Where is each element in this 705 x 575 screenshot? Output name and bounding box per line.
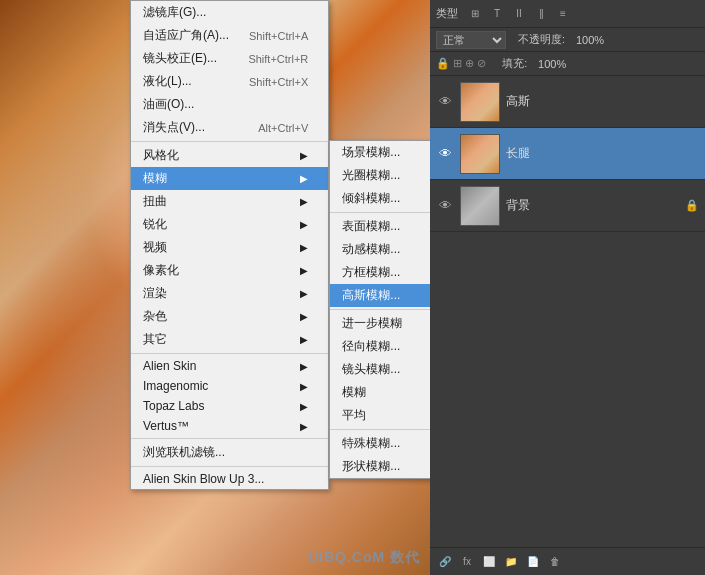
panel-bottom: 🔗 fx ⬜ 📁 📄 🗑 [430, 547, 705, 575]
toolbar-icon-1[interactable]: ⊞ [466, 5, 484, 23]
layers-panel: 👁 高斯 👁 长腿 👁 背景 🔒 [430, 76, 705, 547]
toolbar-icon-5[interactable]: ≡ [554, 5, 572, 23]
bottom-icon-link[interactable]: 🔗 [436, 553, 454, 571]
menu-item-imagenomic[interactable]: Imagenomic ▶ [131, 376, 328, 396]
layer-name-gauss: 高斯 [506, 93, 699, 110]
opacity-value: 100% [569, 34, 604, 46]
blur-lens[interactable]: 镜头模糊... [330, 358, 430, 381]
toolbar-icon-3[interactable]: II [510, 5, 528, 23]
blur-sep-2 [330, 309, 430, 310]
blur-box[interactable]: 方框模糊... [330, 261, 430, 284]
context-menu: 滤镜库(G)... 自适应广角(A)... Shift+Ctrl+A 镜头校正(… [130, 0, 329, 490]
main-container: 滤镜库(G)... 自适应广角(A)... Shift+Ctrl+A 镜头校正(… [0, 0, 705, 575]
menu-item-lens-correction[interactable]: 镜头校正(E)... Shift+Ctrl+R [131, 47, 328, 70]
menu-item-pixelate[interactable]: 像素化 ▶ [131, 259, 328, 282]
blur-iris[interactable]: 光圈模糊... [330, 164, 430, 187]
blur-tilt[interactable]: 倾斜模糊... [330, 187, 430, 210]
toolbar-icon-2[interactable]: T [488, 5, 506, 23]
fill-row: 🔒 ⊞ ⊕ ⊘ 填充: 100% [430, 52, 705, 76]
blur-sep-1 [330, 212, 430, 213]
panel-type-label: 类型 [436, 6, 458, 21]
lock-icon: 🔒 ⊞ ⊕ ⊘ [436, 57, 486, 70]
layer-thumb-gauss [460, 82, 500, 122]
blur-scene[interactable]: 场景模糊... [330, 141, 430, 164]
separator-1 [131, 141, 328, 142]
bottom-icon-group[interactable]: 📁 [502, 553, 520, 571]
menu-item-topaz[interactable]: Topaz Labs ▶ [131, 396, 328, 416]
separator-4 [131, 466, 328, 467]
menu-item-stylize[interactable]: 风格化 ▶ [131, 144, 328, 167]
blur-further[interactable]: 进一步模糊 [330, 312, 430, 335]
blend-row: 正常 不透明度: 100% [430, 28, 705, 52]
layer-item-bg[interactable]: 👁 背景 🔒 [430, 180, 705, 232]
blur-average[interactable]: 平均 [330, 404, 430, 427]
layer-thumb-face-gauss [461, 83, 499, 121]
menu-item-blur[interactable]: 模糊 ▶ [131, 167, 328, 190]
menu-item-distort[interactable]: 扭曲 ▶ [131, 190, 328, 213]
panel-toolbar: 类型 ⊞ T II ‖ ≡ [430, 0, 705, 28]
layer-thumb-bg [460, 186, 500, 226]
bottom-icon-mask[interactable]: ⬜ [480, 553, 498, 571]
right-panel: 类型 ⊞ T II ‖ ≡ 正常 不透明度: 100% 🔒 ⊞ ⊕ ⊘ 填充: … [430, 0, 705, 575]
menu-item-liquefy[interactable]: 液化(L)... Shift+Ctrl+X [131, 70, 328, 93]
blend-mode-select[interactable]: 正常 [436, 31, 506, 49]
menu-level-1: 滤镜库(G)... 自适应广角(A)... Shift+Ctrl+A 镜头校正(… [130, 0, 329, 490]
layer-item-gauss[interactable]: 👁 高斯 [430, 76, 705, 128]
menu-item-adaptive-wide[interactable]: 自适应广角(A)... Shift+Ctrl+A [131, 24, 328, 47]
layer-thumb-legs [460, 134, 500, 174]
layer-eye-gauss[interactable]: 👁 [436, 93, 454, 111]
menu-item-oil-paint[interactable]: 油画(O)... [131, 93, 328, 116]
canvas-area: 滤镜库(G)... 自适应广角(A)... Shift+Ctrl+A 镜头校正(… [0, 0, 430, 575]
menu-item-filter-gallery[interactable]: 滤镜库(G)... [131, 1, 328, 24]
blur-special[interactable]: 特殊模糊... [330, 432, 430, 455]
menu-item-vertus[interactable]: Vertus™ ▶ [131, 416, 328, 436]
menu-item-browse-online[interactable]: 浏览联机滤镜... [131, 441, 328, 464]
separator-2 [131, 353, 328, 354]
toolbar-icon-4[interactable]: ‖ [532, 5, 550, 23]
blur-shape[interactable]: 形状模糊... [330, 455, 430, 478]
fill-value: 100% [531, 58, 566, 70]
bottom-icon-delete[interactable]: 🗑 [546, 553, 564, 571]
layer-thumb-gray-bg [461, 187, 499, 225]
blur-radial[interactable]: 径向模糊... [330, 335, 430, 358]
layer-eye-legs[interactable]: 👁 [436, 145, 454, 163]
layer-name-legs: 长腿 [506, 145, 699, 162]
fill-label: 填充: [502, 56, 527, 71]
layer-eye-bg[interactable]: 👁 [436, 197, 454, 215]
layer-thumb-face-legs [461, 135, 499, 173]
menu-item-vanishing-point[interactable]: 消失点(V)... Alt+Ctrl+V [131, 116, 328, 139]
blur-motion[interactable]: 动感模糊... [330, 238, 430, 261]
menu-item-noise[interactable]: 杂色 ▶ [131, 305, 328, 328]
menu-item-video[interactable]: 视频 ▶ [131, 236, 328, 259]
blur-sep-3 [330, 429, 430, 430]
menu-item-alien-skin[interactable]: Alien Skin ▶ [131, 356, 328, 376]
menu-item-blow-up[interactable]: Alien Skin Blow Up 3... [131, 469, 328, 489]
layer-item-legs[interactable]: 👁 长腿 [430, 128, 705, 180]
bottom-icon-new[interactable]: 📄 [524, 553, 542, 571]
layer-name-bg: 背景 [506, 197, 679, 214]
opacity-label: 不透明度: [518, 32, 565, 47]
blur-normal[interactable]: 模糊 [330, 381, 430, 404]
blur-gaussian[interactable]: 高斯模糊... [330, 284, 430, 307]
menu-item-sharpen[interactable]: 锐化 ▶ [131, 213, 328, 236]
blur-surface[interactable]: 表面模糊... [330, 215, 430, 238]
separator-3 [131, 438, 328, 439]
blur-submenu: 场景模糊... 光圈模糊... 倾斜模糊... 表面模糊... 动感模糊... … [329, 140, 430, 479]
bottom-icon-style[interactable]: fx [458, 553, 476, 571]
lock-icon-bg: 🔒 [685, 199, 699, 213]
menu-item-other[interactable]: 其它 ▶ [131, 328, 328, 351]
menu-item-render[interactable]: 渲染 ▶ [131, 282, 328, 305]
